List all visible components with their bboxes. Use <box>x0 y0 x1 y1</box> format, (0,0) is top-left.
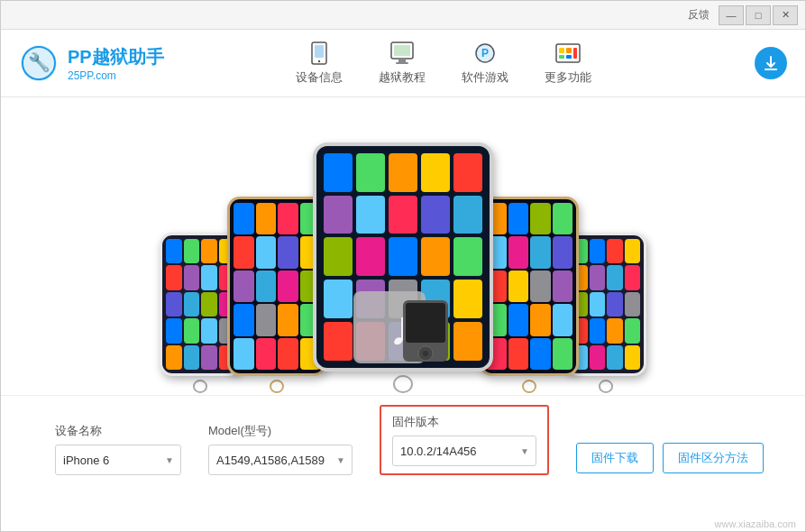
nav-item-software[interactable]: P 软件游戏 <box>462 41 508 86</box>
svg-point-5 <box>318 60 320 62</box>
app-icon <box>553 304 573 335</box>
device-info-label: 设备信息 <box>296 69 343 86</box>
nav-items: 设备信息 越狱教程 <box>172 41 715 86</box>
nav-item-more[interactable]: 更多功能 <box>545 41 591 86</box>
svg-rect-16 <box>559 55 564 59</box>
device-name-select-wrapper: iPhone 6 <box>55 445 181 475</box>
app-icon <box>324 153 353 192</box>
home-btn-4 <box>522 380 536 393</box>
svg-point-25 <box>423 351 428 356</box>
firmware-label: 固件版本 <box>392 414 536 430</box>
app-icon <box>453 237 482 276</box>
svg-rect-18 <box>573 48 577 59</box>
device-info-icon <box>305 41 334 66</box>
feedback-label[interactable]: 反馈 <box>688 7 710 23</box>
app-icon <box>453 196 482 234</box>
app-icon <box>278 236 298 268</box>
app-icon <box>590 345 606 370</box>
app-icon <box>530 203 551 234</box>
app-icon <box>453 322 482 361</box>
app-icon <box>184 265 200 289</box>
app-icon <box>530 338 551 370</box>
logo-area: 🔧 PP越狱助手 25PP.com <box>19 43 172 83</box>
app-icon <box>553 236 573 268</box>
phone-screen-2 <box>230 199 324 373</box>
model-input[interactable] <box>208 445 353 475</box>
title-bar: 反馈 — □ ✕ <box>1 1 805 30</box>
app-icon <box>607 345 623 370</box>
app-icon <box>166 239 182 263</box>
app-icon <box>234 271 254 302</box>
navbar: 🔧 PP越狱助手 25PP.com 设备信息 <box>1 30 805 97</box>
app-icon <box>625 318 641 343</box>
app-icon <box>166 318 182 343</box>
app-icon <box>256 236 277 268</box>
app-icon <box>607 292 623 316</box>
svg-rect-14 <box>559 48 564 53</box>
firmware-method-button[interactable]: 固件区分方法 <box>663 443 764 473</box>
watermark-text: www.xiazaiba.com <box>715 518 796 529</box>
app-icon <box>256 271 277 302</box>
firmware-select[interactable]: 10.0.2/14A456 <box>392 436 536 466</box>
device-name-label: 设备名称 <box>55 423 181 439</box>
phone-frame-4 <box>480 197 579 376</box>
app-icon <box>625 345 641 370</box>
home-btn-2 <box>270 380 284 393</box>
window-controls: — □ ✕ <box>719 5 798 25</box>
svg-rect-4 <box>315 45 324 58</box>
svg-rect-15 <box>566 48 572 53</box>
app-icon <box>553 203 573 234</box>
svg-rect-17 <box>566 55 572 59</box>
app-icon <box>421 153 450 192</box>
close-button[interactable]: ✕ <box>773 5 798 25</box>
app-icon <box>201 265 217 289</box>
device-name-group: 设备名称 iPhone 6 <box>55 423 181 475</box>
maximize-button[interactable]: □ <box>746 5 771 25</box>
phone-screen-5 <box>568 235 644 373</box>
app-icon <box>508 236 529 268</box>
app-icon <box>234 338 254 370</box>
model-group: Model(型号) <box>208 423 353 475</box>
app-icon <box>201 292 217 316</box>
bottom-form: 设备名称 iPhone 6 Model(型号) 固件版本 <box>1 395 805 489</box>
minimize-button[interactable]: — <box>719 5 744 25</box>
software-label: 软件游戏 <box>462 69 508 86</box>
app-icon <box>607 239 623 263</box>
app-icon <box>508 338 529 370</box>
app-icon <box>184 345 200 370</box>
nav-item-jailbreak[interactable]: 越狱教程 <box>379 41 426 86</box>
nav-right <box>715 47 787 79</box>
app-icon <box>590 239 606 263</box>
app-icon <box>508 203 529 234</box>
watermark: www.xiazaiba.com <box>715 518 796 529</box>
app-icon <box>590 292 606 316</box>
app-icon <box>389 196 417 234</box>
model-label: Model(型号) <box>208 423 353 439</box>
jailbreak-label: 越狱教程 <box>379 69 426 86</box>
download-button[interactable] <box>755 47 787 79</box>
app-icon <box>356 237 385 276</box>
firmware-download-button[interactable]: 固件下载 <box>576 443 654 473</box>
pp-logo-icon: 🔧 <box>19 43 59 83</box>
app-icon <box>389 153 417 192</box>
app-icon <box>201 318 217 343</box>
jailbreak-icon <box>388 41 417 66</box>
app-icon <box>278 203 298 234</box>
app-icon <box>508 271 529 302</box>
app-icon <box>234 203 254 234</box>
app-icon <box>421 196 450 234</box>
main-content: ♪ 设备名称 iPhone 6 <box>1 97 805 531</box>
svg-rect-9 <box>396 62 408 64</box>
app-icon <box>184 318 200 343</box>
svg-text:🔧: 🔧 <box>28 51 50 73</box>
nav-item-device-info[interactable]: 设备信息 <box>296 41 343 86</box>
device-name-select[interactable]: iPhone 6 <box>55 445 181 475</box>
app-icon <box>590 265 606 289</box>
home-btn-5 <box>599 380 613 393</box>
app-icon <box>356 153 385 192</box>
app-icon <box>389 237 417 276</box>
app-icon <box>453 153 482 192</box>
action-buttons: 固件下载 固件区分方法 <box>576 443 764 475</box>
app-icon <box>184 239 200 263</box>
app-icon <box>453 280 482 318</box>
